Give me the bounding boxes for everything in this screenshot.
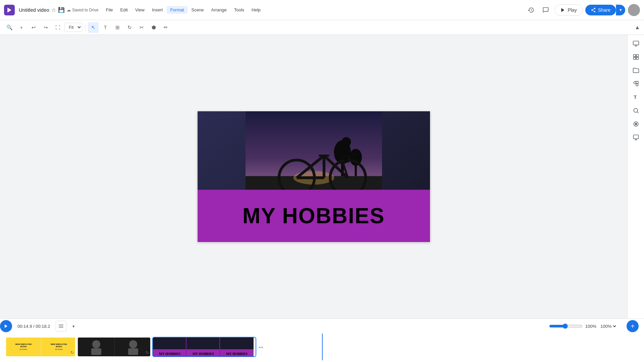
topbar-right: Play Share ▾: [525, 4, 640, 16]
export-panel-btn[interactable]: [630, 131, 642, 143]
zoom-fit-btn[interactable]: ⛶: [52, 22, 63, 33]
cloud-icon: ☁: [67, 8, 71, 12]
toolbar-collapse-btn[interactable]: ▲: [635, 24, 640, 31]
svg-point-31: [636, 84, 638, 86]
zoom-label: 100%: [585, 324, 596, 329]
menu-scene[interactable]: Scene: [188, 6, 207, 14]
share-button[interactable]: Share: [585, 5, 616, 15]
text-tool-btn[interactable]: T: [100, 22, 111, 33]
timecode-display: 00:14.9 / 00:18.2: [15, 322, 53, 330]
video-placeholder: [198, 111, 430, 190]
svg-rect-28: [633, 57, 636, 60]
timeline-area: 00:14.9 / 00:18.2 ▾ 100% 100% 50% 200% +: [0, 318, 644, 362]
right-sidebar: T: [627, 35, 644, 318]
menu-tools[interactable]: Tools: [231, 6, 248, 14]
svg-text:T: T: [634, 94, 637, 100]
clip1-thumb2-label: NEW EMPLOYEEINTROby Canva: [51, 343, 67, 351]
svg-point-19: [341, 137, 351, 146]
clip2-loop-icon: ↻: [146, 350, 149, 355]
menu-file[interactable]: File: [103, 6, 116, 14]
slide-main-text: MY HOBBIES: [243, 203, 385, 228]
cloud-save-icon[interactable]: 💾: [58, 7, 65, 13]
saved-status: ☁ Saved to Drive: [67, 8, 99, 12]
svg-rect-23: [633, 41, 639, 45]
screen-panel-btn[interactable]: [630, 38, 642, 50]
top-bar: Untitled video ☆ 💾 ☁ Saved to Drive File…: [0, 0, 644, 20]
zoom-out-btn[interactable]: 🔍: [4, 22, 15, 33]
svg-rect-50: [128, 348, 138, 355]
playhead-cursor: ↔: [258, 337, 264, 357]
shape-tool-btn[interactable]: ⬟: [148, 22, 159, 33]
zoom-dropdown[interactable]: 100% 50% 200%: [599, 323, 617, 329]
select-tool-btn[interactable]: ↖: [88, 22, 99, 33]
svg-rect-43: [59, 326, 63, 326]
playback-button[interactable]: [0, 320, 12, 332]
user-avatar[interactable]: [628, 4, 640, 16]
video-title[interactable]: Untitled video: [19, 7, 49, 13]
timeline-options-btn[interactable]: ▾: [69, 321, 78, 331]
redo-btn[interactable]: ↪: [40, 22, 51, 33]
slide-video-area: [198, 111, 430, 190]
svg-text:MY HOBBIES: MY HOBBIES: [159, 352, 180, 356]
elements-panel-btn[interactable]: [630, 78, 642, 90]
add-btn[interactable]: +: [16, 22, 27, 33]
history-icon-btn[interactable]: [525, 4, 537, 16]
pen-tool-btn[interactable]: ✏: [160, 22, 171, 33]
timeline-controls: 00:14.9 / 00:18.2 ▾ 100% 100% 50% 200% +: [0, 319, 644, 334]
svg-rect-27: [636, 55, 638, 57]
comments-icon-btn[interactable]: [540, 4, 552, 16]
svg-point-37: [635, 123, 637, 125]
scene-clip-3[interactable]: MY HOBBIES MY HOBBIES MY HOBBIES: [152, 337, 256, 357]
svg-rect-29: [636, 57, 638, 60]
cut-tool-btn[interactable]: ✂: [136, 22, 147, 33]
svg-point-46: [92, 340, 100, 348]
svg-rect-47: [91, 348, 101, 355]
play-preview-button[interactable]: Play: [554, 4, 582, 16]
menubar: File Edit View Insert Format Scene Arran…: [103, 6, 264, 14]
menu-view[interactable]: View: [132, 6, 148, 14]
search-panel-btn[interactable]: [630, 105, 642, 117]
svg-point-49: [129, 340, 137, 348]
layout-panel-btn[interactable]: [630, 51, 642, 63]
fit-dropdown[interactable]: Fit: [64, 23, 82, 32]
zoom-control: 100% 100% 50% 200%: [549, 323, 617, 329]
rotate-tool-btn[interactable]: ↻: [124, 22, 135, 33]
clip1-thumb1-label: NEW EMPLOYEEINTROby Canva: [15, 343, 32, 351]
timeline-marker: [322, 334, 323, 360]
menu-insert[interactable]: Insert: [149, 6, 166, 14]
svg-text:MY HOBBIES: MY HOBBIES: [226, 352, 248, 356]
svg-rect-32: [636, 81, 638, 84]
star-icon[interactable]: ☆: [51, 7, 56, 13]
share-dropdown-btn[interactable]: ▾: [616, 5, 625, 15]
menu-format[interactable]: Format: [167, 6, 187, 14]
svg-point-34: [634, 108, 638, 112]
svg-rect-44: [59, 327, 63, 327]
svg-rect-42: [59, 324, 63, 325]
toolbar: 🔍 + ↩ ↪ ⛶ Fit ↖ T ⊞ ↻ ✂ ⬟ ✏ ▲: [0, 20, 644, 35]
share-container: Share ▾: [585, 5, 625, 15]
record-panel-btn[interactable]: [630, 118, 642, 130]
scene-clip-1[interactable]: NEW EMPLOYEEINTROby Canva NEW EMPLOYEEIN…: [5, 337, 76, 357]
zoom-slider[interactable]: [549, 323, 583, 329]
folder-panel-btn[interactable]: [630, 64, 642, 76]
crop-tool-btn[interactable]: ⊞: [112, 22, 123, 33]
menu-edit[interactable]: Edit: [117, 6, 131, 14]
add-scene-button[interactable]: +: [627, 320, 639, 332]
svg-rect-38: [633, 135, 638, 139]
undo-btn[interactable]: ↩: [28, 22, 39, 33]
slide-text-area: MY HOBBIES: [198, 190, 430, 242]
clip-strip: NEW EMPLOYEEINTROby Canva NEW EMPLOYEEIN…: [0, 334, 644, 360]
scene-clip-2[interactable]: ↻: [77, 337, 151, 357]
svg-line-35: [637, 112, 638, 113]
svg-marker-1: [561, 8, 565, 12]
timeline-menu-btn[interactable]: [56, 321, 66, 331]
svg-rect-26: [633, 55, 636, 57]
menu-help[interactable]: Help: [248, 6, 264, 14]
svg-marker-41: [5, 324, 7, 328]
menu-arrange[interactable]: Arrange: [208, 6, 230, 14]
title-section: Untitled video ☆ 💾 ☁ Saved to Drive: [19, 7, 99, 13]
svg-text:MY HOBBIES: MY HOBBIES: [193, 352, 214, 356]
svg-marker-0: [7, 7, 11, 12]
app-logo[interactable]: [4, 5, 15, 15]
text-panel-btn[interactable]: T: [630, 91, 642, 103]
